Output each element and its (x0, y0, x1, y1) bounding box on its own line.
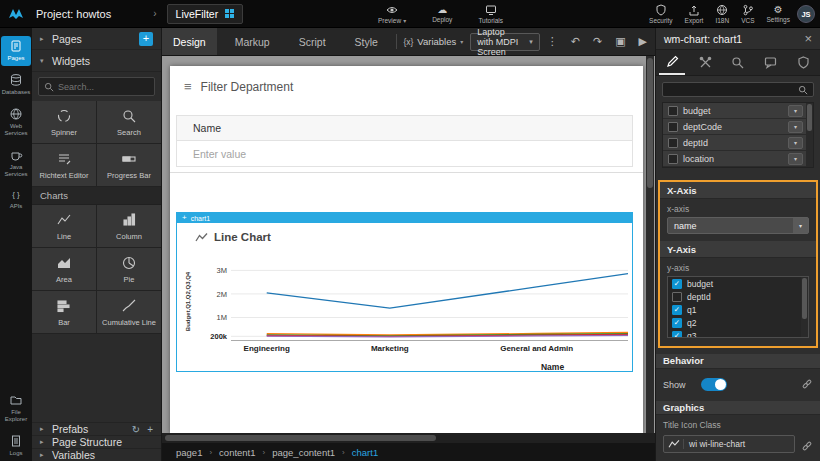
breadcrumb-chart1[interactable]: chart1 (352, 447, 378, 458)
tab-design[interactable]: Design (162, 28, 217, 55)
more-options-icon[interactable]: ⋮ (547, 36, 558, 47)
preview-button[interactable]: Preview▾ (378, 0, 406, 28)
settings-button[interactable]: ⚙ Settings (767, 0, 791, 28)
export-button[interactable]: Export (685, 0, 704, 28)
tutorials-button[interactable]: Tutorials (478, 0, 503, 28)
canvas-vertical-scrollbar[interactable] (646, 56, 654, 433)
breadcrumb-page1[interactable]: page1 (176, 447, 202, 458)
rail-item-java-services[interactable]: Java Services (1, 145, 31, 182)
vcs-button[interactable]: VCS (741, 0, 754, 28)
redo-icon[interactable]: ↷ (593, 36, 602, 47)
widget-tile-column[interactable]: Column (97, 205, 161, 247)
widgets-section-header[interactable]: ▾ Widgets (32, 50, 161, 72)
undo-icon[interactable]: ↶ (571, 36, 580, 47)
variables-section-header[interactable]: ▸ Variables (32, 449, 161, 461)
canvas-horizontal-scrollbar[interactable] (162, 433, 655, 443)
listbox-scrollbar[interactable] (801, 277, 808, 337)
widget-tile-progress-bar[interactable]: Progress Bar (97, 144, 161, 186)
tab-security[interactable] (791, 50, 817, 75)
rail-item-databases[interactable]: Databases (1, 70, 31, 100)
widget-search-input[interactable] (58, 82, 149, 92)
add-page-button[interactable]: + (139, 32, 153, 46)
copy-icon[interactable]: ▣ (615, 36, 625, 47)
option-checkbox[interactable] (672, 292, 682, 302)
name-input[interactable]: Enter value (177, 141, 632, 166)
avatar[interactable]: JS (797, 5, 815, 23)
rail-item-pages[interactable]: Pages (1, 36, 31, 66)
device-select[interactable]: Laptop with MDPI Screen ▾ (470, 33, 539, 51)
chevron-right-icon: › (263, 448, 266, 457)
chart-plot-area (231, 261, 628, 341)
option-checkbox[interactable] (672, 305, 682, 315)
rail-item-file-explorer[interactable]: File Explorer (1, 390, 31, 427)
show-toggle[interactable] (701, 378, 727, 391)
rail-item-apis[interactable]: { } APIs (1, 186, 31, 214)
widget-tile-cumulative-line[interactable]: Cumulative Line (97, 291, 161, 333)
field-checkbox[interactable] (668, 138, 678, 148)
i18n-button[interactable]: I18N (715, 0, 729, 28)
prefabs-section-header[interactable]: ▸ Prefabs ↻ + (32, 423, 161, 436)
close-icon[interactable]: × (804, 31, 812, 46)
security-button[interactable]: Security (649, 0, 672, 28)
field-checkbox[interactable] (668, 106, 678, 116)
run-icon[interactable]: ▶ (639, 36, 647, 47)
scrollbar-thumb[interactable] (647, 58, 653, 188)
pages-section-header[interactable]: ▸ Pages + (32, 28, 161, 50)
add-prefab-icon[interactable]: + (147, 424, 153, 435)
scrollbar-thumb[interactable] (165, 435, 436, 441)
dataset-field-list: budget ▾ deptCode ▾ deptId ▾ location ▾ (662, 102, 814, 168)
widget-tile-search[interactable]: Search (97, 101, 161, 143)
tab-markup[interactable]: Markup (224, 28, 281, 55)
widget-tile-line[interactable]: Line (32, 205, 96, 247)
refresh-icon[interactable]: ↻ (132, 424, 140, 435)
field-dropdown-button[interactable]: ▾ (788, 105, 803, 117)
tab-properties[interactable] (659, 50, 685, 75)
widget-tile-pie[interactable]: Pie (97, 248, 161, 290)
app-logo[interactable] (0, 5, 32, 23)
field-checkbox[interactable] (668, 122, 678, 132)
page-structure-section-header[interactable]: ▸ Page Structure (32, 436, 161, 449)
deploy-button[interactable]: ☁ Deploy (432, 0, 452, 28)
property-search-input[interactable] (668, 85, 794, 95)
widget-tag-label: chart1 (191, 215, 210, 222)
tab-events[interactable] (758, 50, 784, 75)
page-tab-livefilter[interactable]: LiveFilter (167, 4, 244, 24)
widget-selection-bar[interactable]: + chart1 (177, 213, 632, 223)
breadcrumb-page-content1[interactable]: page_content1 (272, 447, 335, 458)
option-checkbox[interactable] (672, 279, 682, 289)
widget-tile-bar[interactable]: Bar (32, 291, 96, 333)
scrollbar-thumb[interactable] (802, 278, 807, 319)
variables-menu[interactable]: {x} Variables ▾ (403, 36, 463, 47)
filter-panel-header[interactable]: ≡ Filter Department (184, 79, 293, 94)
selected-chart-widget[interactable]: + chart1 Line Chart Budget,Q1,Q2,Q3,Q4 3… (176, 212, 633, 372)
tab-styles[interactable] (692, 50, 718, 75)
x-axis-select[interactable]: name ▾ (667, 217, 809, 234)
widget-tile-richtext-editor[interactable]: Richtext Editor (32, 144, 96, 186)
page-artboard[interactable]: ≡ Filter Department Name Enter value + c… (170, 66, 643, 433)
shield-icon (655, 4, 667, 16)
bind-icon[interactable] (801, 438, 813, 456)
tab-script[interactable]: Script (288, 28, 337, 55)
grid-icon[interactable] (225, 9, 234, 18)
field-checkbox[interactable] (668, 154, 678, 164)
bind-icon[interactable] (801, 376, 813, 394)
variables-icon: {x} (403, 37, 413, 47)
breadcrumb-content1[interactable]: content1 (219, 447, 255, 458)
rail-item-logs[interactable]: Logs (1, 431, 31, 461)
widget-tile-area[interactable]: Area (32, 248, 96, 290)
option-checkbox[interactable] (672, 331, 682, 339)
rail-item-web-services[interactable]: Web Services (1, 104, 31, 141)
scrollbar-thumb[interactable] (807, 104, 812, 131)
option-checkbox[interactable] (672, 318, 682, 328)
field-list-scrollbar[interactable] (806, 103, 813, 167)
show-label: Show (663, 380, 693, 390)
field-dropdown-button[interactable]: ▾ (788, 153, 803, 165)
title-icon-class-input[interactable]: wi wi-line-chart (663, 435, 795, 453)
field-dropdown-button[interactable]: ▾ (788, 121, 803, 133)
rail-label: Databases (1, 89, 31, 96)
tab-style[interactable]: Style (344, 28, 389, 55)
widget-tile-spinner[interactable]: Spinner (32, 101, 96, 143)
drag-handle-icon[interactable]: + (182, 214, 187, 222)
tab-search[interactable] (725, 50, 751, 75)
field-dropdown-button[interactable]: ▾ (788, 137, 803, 149)
